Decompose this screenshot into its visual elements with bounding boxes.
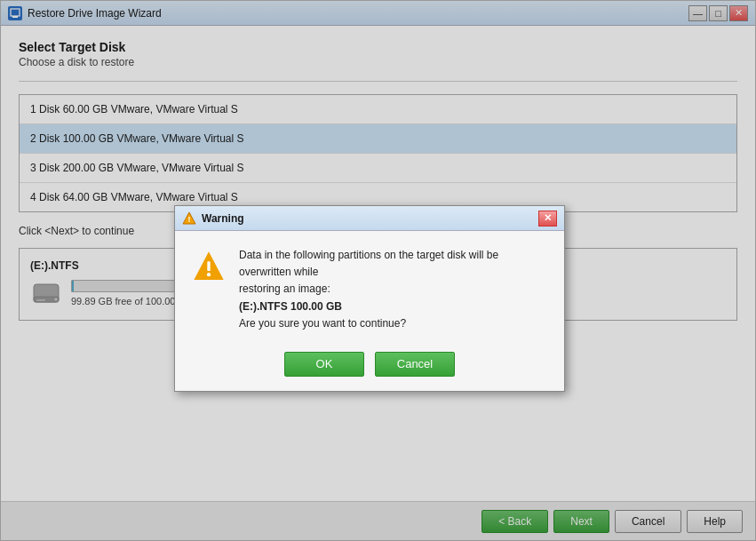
svg-text:!: ! <box>188 215 191 224</box>
svg-rect-9 <box>207 261 210 271</box>
dialog-msg-line3: Are you sure you want to continue? <box>239 317 406 330</box>
dialog-title-bar: ! Warning ✕ <box>175 206 564 231</box>
warning-icon <box>191 249 227 284</box>
dialog-msg-line1: Data in the following partitions on the … <box>239 249 498 278</box>
dialog-icon: ! <box>182 211 196 226</box>
dialog-cancel-button[interactable]: Cancel <box>375 352 455 377</box>
dialog-title: Warning <box>202 212 538 225</box>
dialog-close-button[interactable]: ✕ <box>538 211 557 227</box>
svg-point-10 <box>207 273 211 276</box>
dialog-overlay: ! Warning ✕ Data in the following partit… <box>1 1 755 540</box>
dialog-ok-button[interactable]: OK <box>284 352 364 377</box>
dialog-body: Data in the following partitions on the … <box>175 231 564 345</box>
dialog-partition-detail: (E:).NTFS 100.00 GB <box>239 300 342 313</box>
warning-dialog: ! Warning ✕ Data in the following partit… <box>174 205 565 392</box>
dialog-buttons: OK Cancel <box>175 345 564 391</box>
dialog-msg-line2: restoring an image: <box>239 282 330 295</box>
dialog-message: Data in the following partitions on the … <box>239 247 548 332</box>
